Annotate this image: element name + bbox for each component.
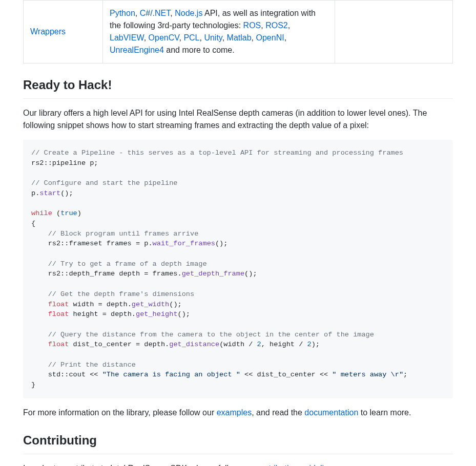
code-text: << dist_to_center << xyxy=(240,371,332,378)
nodejs-link[interactable]: Node.js xyxy=(175,9,202,17)
contribution-guidelines-link[interactable]: contribution guidelines xyxy=(256,464,337,466)
sep: , xyxy=(261,21,265,30)
more-info-suffix: to learn more. xyxy=(358,408,411,417)
wrappers-cell-label: Wrappers xyxy=(24,1,103,63)
code-text: (); xyxy=(60,189,73,197)
pcl-link[interactable]: PCL xyxy=(183,33,199,42)
code-function: get_height xyxy=(136,310,178,318)
ros-link[interactable]: ROS xyxy=(243,21,261,30)
code-text: p. xyxy=(31,189,39,197)
more-info-prefix: For more information on the library, ple… xyxy=(23,408,217,417)
sep: , xyxy=(284,33,286,42)
code-text: rs2::depth_frame depth = frames. xyxy=(31,270,182,278)
code-text: ; xyxy=(403,371,407,378)
opencv-link[interactable]: OpenCV xyxy=(149,33,179,42)
ready-to-hack-heading: Ready to Hack! xyxy=(23,76,453,99)
sep: , xyxy=(170,9,175,17)
code-comment: // Get the depth frame's dimensions xyxy=(48,290,195,298)
code-comment: // Configure and start the pipeline xyxy=(31,179,178,187)
code-keyword: float xyxy=(48,341,69,348)
code-text: (); xyxy=(244,270,257,278)
code-block: // Create a Pipeline - this serves as a … xyxy=(23,140,453,398)
code-text: (); xyxy=(178,310,190,318)
code-text: { xyxy=(31,220,35,227)
ros2-link[interactable]: ROS2 xyxy=(265,21,288,30)
contributing-heading: Contributing xyxy=(23,431,453,454)
wrappers-link[interactable]: Wrappers xyxy=(30,27,66,36)
code-text: (width / xyxy=(219,341,257,348)
code-text: height = depth. xyxy=(69,310,136,318)
sep: , xyxy=(288,21,290,30)
unity-link[interactable]: Unity xyxy=(204,33,222,42)
sep: , xyxy=(144,33,149,42)
code-string: " meters away \r" xyxy=(332,371,403,378)
code-keyword: float xyxy=(48,310,69,318)
code-comment: // Try to get a frame of a depth image xyxy=(48,260,207,268)
code-text: ); xyxy=(312,341,320,348)
intro-paragraph: Our library offers a high level API for … xyxy=(23,107,453,132)
code-text: (); xyxy=(169,301,181,308)
code-keyword: while xyxy=(31,209,52,217)
contrib-prefix: In order to contribute to Intel RealSens… xyxy=(23,464,256,466)
code-function: start xyxy=(39,189,60,197)
code-constant: 2 xyxy=(257,341,261,348)
code-text: dist_to_center = depth. xyxy=(69,341,169,348)
examples-link[interactable]: examples xyxy=(217,408,252,417)
code-text: } xyxy=(31,381,35,389)
code-constant: 2 xyxy=(307,341,311,348)
more-info-paragraph: For more information on the library, ple… xyxy=(23,407,453,419)
sep: , xyxy=(135,9,140,17)
code-comment: // Create a Pipeline - this serves as a … xyxy=(31,149,403,157)
openni-link[interactable]: OpenNI xyxy=(256,33,284,42)
code-keyword: float xyxy=(48,301,69,308)
wrappers-cell-desc: Python, C#/.NET, Node.js API, as well as… xyxy=(103,1,335,63)
code-text: ) xyxy=(77,209,81,217)
table-row: Wrappers Python, C#/.NET, Node.js API, a… xyxy=(24,1,453,63)
contributing-paragraph: In order to contribute to Intel RealSens… xyxy=(23,462,453,466)
csharp-link[interactable]: C#/.NET xyxy=(140,9,171,17)
wrappers-cell-empty xyxy=(335,1,453,63)
code-function: get_distance xyxy=(169,341,219,348)
code-text: rs2::frameset frames = p. xyxy=(31,240,153,247)
matlab-link[interactable]: Matlab xyxy=(227,33,252,42)
unrealengine-link[interactable]: UnrealEngine4 xyxy=(110,46,164,54)
python-link[interactable]: Python xyxy=(110,9,135,17)
code-function: get_width xyxy=(132,301,169,308)
code-text: width = depth. xyxy=(69,301,131,308)
code-text: (); xyxy=(215,240,227,247)
code-comment: // Print the distance xyxy=(48,361,136,369)
code-text: ( xyxy=(52,209,60,217)
code-function: get_depth_frame xyxy=(182,270,244,278)
code-text: , height / xyxy=(261,341,307,348)
code-function: wait_for_frames xyxy=(153,240,215,247)
sep: , xyxy=(222,33,227,42)
code-comment: // Query the distance from the camera to… xyxy=(48,331,374,338)
code-text: std::cout << xyxy=(31,371,102,378)
labview-link[interactable]: LabVIEW xyxy=(110,33,144,42)
code-comment: // Block program until frames arrive xyxy=(48,230,199,238)
contrib-suffix: . xyxy=(337,464,339,466)
wrappers-table: Wrappers Python, C#/.NET, Node.js API, a… xyxy=(23,0,453,63)
more-info-mid: , and read the xyxy=(252,408,304,417)
code-string: "The camera is facing an object " xyxy=(102,371,240,378)
desc-suffix: and more to come. xyxy=(164,46,235,54)
code-constant: true xyxy=(60,209,77,217)
documentation-link[interactable]: documentation xyxy=(304,408,358,417)
code-line: rs2::pipeline p; xyxy=(31,159,98,167)
